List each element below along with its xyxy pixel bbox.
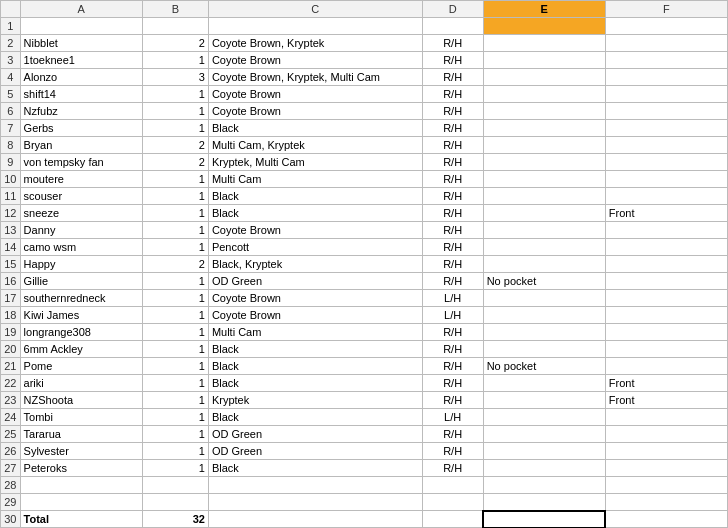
cell-handed: R/H <box>422 222 483 239</box>
cell-zip <box>605 358 727 375</box>
cell-colour: Multi Cam <box>208 324 422 341</box>
cell-zip <box>605 35 727 52</box>
table-row: 22ariki1BlackR/HFront <box>1 375 728 392</box>
cell-extra-notes <box>483 307 605 324</box>
row-num: 21 <box>1 358 21 375</box>
cell-zip <box>605 273 727 290</box>
table-row: 23NZShoota1KryptekR/HFront <box>1 392 728 409</box>
cell-quantity <box>142 477 208 494</box>
cell-quantity: 1 <box>142 86 208 103</box>
cell-zip <box>605 69 727 86</box>
cell-name: southernredneck <box>20 290 142 307</box>
cell-colour <box>208 477 422 494</box>
cell-quantity: 2 <box>142 154 208 171</box>
cell-zip <box>605 341 727 358</box>
row-num: 7 <box>1 120 21 137</box>
cell-quantity: 1 <box>142 307 208 324</box>
cell-handed: R/H <box>422 52 483 69</box>
table-row: 6Nzfubz1Coyote BrownR/H <box>1 103 728 120</box>
cell-name: shift14 <box>20 86 142 103</box>
cell-colour: Kryptek, Multi Cam <box>208 154 422 171</box>
spreadsheet: A B C D E F 1 2Nibblet2Coyote Brown, Kry… <box>0 0 728 528</box>
cell-quantity: 1 <box>142 103 208 120</box>
cell-handed: R/H <box>422 358 483 375</box>
table-row: 14camo wsm1PencottR/H <box>1 239 728 256</box>
cell-colour: Coyote Brown <box>208 103 422 120</box>
table-row: 10moutere1Multi CamR/H <box>1 171 728 188</box>
cell-colour: Black <box>208 120 422 137</box>
row-num: 14 <box>1 239 21 256</box>
row-num: 22 <box>1 375 21 392</box>
col-f-header: F <box>605 1 727 18</box>
cell-handed: L/H <box>422 409 483 426</box>
row-num-1: 1 <box>1 18 21 35</box>
cell-extra-notes <box>483 35 605 52</box>
cell-name: moutere <box>20 171 142 188</box>
cell-quantity: 1 <box>142 120 208 137</box>
cell-colour: Coyote Brown <box>208 307 422 324</box>
cell-extra-notes <box>483 426 605 443</box>
cell-quantity: 1 <box>142 341 208 358</box>
table-row: 27Peteroks1BlackR/H <box>1 460 728 477</box>
cell-extra-notes <box>483 494 605 511</box>
cell-handed: R/H <box>422 392 483 409</box>
table-row: 26Sylvester1OD GreenR/H <box>1 443 728 460</box>
cell-extra-notes <box>483 239 605 256</box>
cell-zip <box>605 188 727 205</box>
table-row: 24Tombi1BlackL/H <box>1 409 728 426</box>
cell-quantity: 1 <box>142 392 208 409</box>
row-num: 28 <box>1 477 21 494</box>
cell-handed: R/H <box>422 460 483 477</box>
cell-handed: R/H <box>422 205 483 222</box>
cell-extra-notes <box>483 460 605 477</box>
cell-name: Kiwi James <box>20 307 142 324</box>
table-row: 15Happy2Black, KryptekR/H <box>1 256 728 273</box>
cell-colour: Coyote Brown <box>208 222 422 239</box>
cell-extra-notes <box>483 171 605 188</box>
table-row: 8Bryan2Multi Cam, KryptekR/H <box>1 137 728 154</box>
cell-handed: R/H <box>422 256 483 273</box>
row-num: 11 <box>1 188 21 205</box>
row-num: 9 <box>1 154 21 171</box>
cell-zip <box>605 307 727 324</box>
header-handed <box>422 18 483 35</box>
cell-handed: R/H <box>422 103 483 120</box>
cell-extra-notes <box>483 409 605 426</box>
header-extra-notes <box>483 18 605 35</box>
table-row: 17southernredneck1Coyote BrownL/H <box>1 290 728 307</box>
cell-zip <box>605 103 727 120</box>
cell-colour: OD Green <box>208 443 422 460</box>
cell-zip <box>605 86 727 103</box>
cell-handed: R/H <box>422 86 483 103</box>
row-num: 20 <box>1 341 21 358</box>
cell-quantity: 1 <box>142 460 208 477</box>
cell-extra-notes <box>483 154 605 171</box>
cell-quantity: 1 <box>142 409 208 426</box>
cell-name: scouser <box>20 188 142 205</box>
cell-name: Alonzo <box>20 69 142 86</box>
cell-colour: Multi Cam, Kryptek <box>208 137 422 154</box>
row-num: 6 <box>1 103 21 120</box>
cell-name: Nibblet <box>20 35 142 52</box>
header-quantity <box>142 18 208 35</box>
cell-extra-notes <box>483 290 605 307</box>
table-row: 29 <box>1 494 728 511</box>
cell-quantity: 2 <box>142 35 208 52</box>
cell-colour: Coyote Brown <box>208 52 422 69</box>
cell-extra-notes: No pocket <box>483 358 605 375</box>
cell-name: Danny <box>20 222 142 239</box>
cell-extra-notes <box>483 341 605 358</box>
cell-handed: R/H <box>422 375 483 392</box>
cell-colour: Pencott <box>208 239 422 256</box>
table-row: 25Tararua1OD GreenR/H <box>1 426 728 443</box>
cell-name: 6mm Ackley <box>20 341 142 358</box>
cell-handed: L/H <box>422 307 483 324</box>
table-row: 5shift141Coyote BrownR/H <box>1 86 728 103</box>
cell-colour: OD Green <box>208 273 422 290</box>
cell-colour: Black <box>208 205 422 222</box>
cell-zip <box>605 443 727 460</box>
cell-zip: Front <box>605 392 727 409</box>
cell-name: Happy <box>20 256 142 273</box>
table-row: 16Gillie1OD GreenR/HNo pocket <box>1 273 728 290</box>
row-num: 26 <box>1 443 21 460</box>
